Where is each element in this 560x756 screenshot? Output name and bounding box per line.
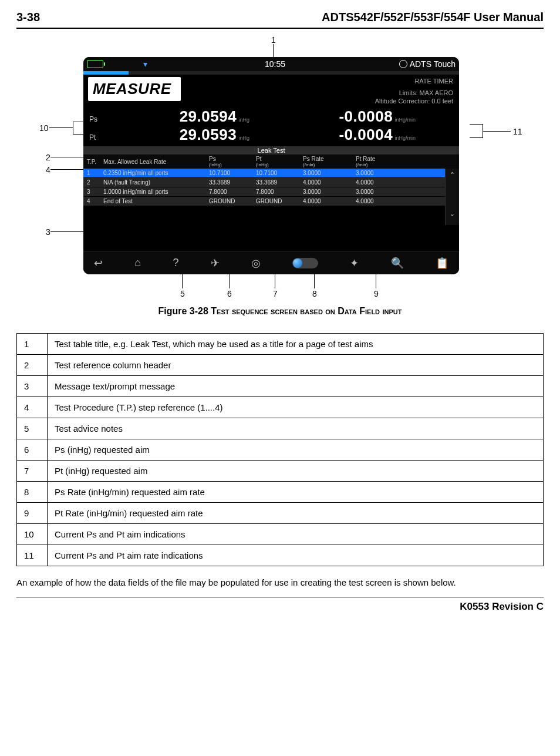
pt-rate-unit: inHg/min	[394, 135, 416, 141]
mode-toggle[interactable]	[292, 258, 318, 268]
rate-timer-label[interactable]: RATE TIMER	[375, 77, 453, 85]
back-icon[interactable]: ↩	[94, 257, 103, 270]
legend-row: 2Test reference column header	[17, 355, 544, 376]
ps-rate-unit: inHg/min	[394, 117, 416, 123]
aircraft-icon[interactable]: ✈	[211, 257, 220, 270]
pt-rate-value: -0.0004	[339, 126, 393, 143]
mode-badge: MEASURE	[88, 77, 181, 101]
help-icon[interactable]: ?	[173, 257, 178, 269]
device-toolbar: ↩ ⌂ ? ✈ ◎ ✦ 🔍 📋	[83, 251, 459, 274]
ps-rate-value: -0.0008	[339, 107, 393, 125]
leak-test-title: Leak Test	[83, 146, 459, 154]
target-icon[interactable]: ◎	[251, 257, 261, 270]
legend-row: 3Message text/prompt message	[17, 376, 544, 397]
chevron-up-icon[interactable]: ˄	[450, 169, 454, 183]
legend-table: 1Test table title, e.g. Leak Test, which…	[16, 333, 544, 566]
legend-row: 8Ps Rate (inHg/min) requested aim rate	[17, 482, 544, 503]
callout-9: 9	[374, 290, 379, 298]
callout-4: 4	[46, 166, 50, 174]
ps-value: 29.0594	[180, 107, 237, 125]
home-icon[interactable]: ⌂	[134, 257, 141, 269]
inspect-icon[interactable]: 🔍	[391, 257, 404, 270]
ps-label: Ps	[89, 115, 109, 123]
pt-unit: inHg	[238, 135, 249, 141]
col-ps: Ps(inHg)	[209, 156, 256, 167]
legend-row: 1Test table title, e.g. Leak Test, which…	[17, 334, 544, 355]
legend-row: 4Test Procedure (T.P.) step reference (1…	[17, 397, 544, 418]
revision-label: K0553 Revision C	[460, 601, 544, 613]
clock: 10:55	[265, 59, 285, 69]
table-scrollbar[interactable]: ˄ ˅	[445, 169, 459, 225]
table-row[interactable]: 2N/A (fault Tracing)33.368933.36894.0000…	[83, 177, 445, 187]
clipboard-icon[interactable]: 📋	[436, 257, 448, 270]
legend-row: 7Pt (inHg) requested aim	[17, 461, 544, 482]
header-rule	[16, 28, 544, 29]
brand-label: ADTS Touch	[399, 59, 456, 69]
network-icon: ▾	[143, 59, 147, 69]
pt-value: 29.0593	[180, 126, 237, 143]
callout-7: 7	[273, 290, 278, 298]
limits-label: Limits: MAX AERO	[375, 89, 453, 97]
figure-caption: Figure 3-28 Test sequence screen based o…	[16, 306, 544, 317]
graph-icon[interactable]: ✦	[350, 257, 359, 270]
callout-10: 10	[39, 124, 49, 132]
pt-label: Pt	[89, 133, 109, 142]
page-number: 3-38	[16, 11, 40, 24]
body-paragraph: An example of how the data fields of the…	[16, 577, 544, 589]
callout-8: 8	[312, 290, 317, 298]
callout-2: 2	[46, 153, 50, 162]
footer-rule	[16, 597, 544, 597]
status-bar: ▾ 10:55 ADTS Touch	[83, 57, 459, 71]
legend-row: 9Pt Rate (inHg/min) requested aim rate	[17, 503, 544, 524]
manual-title: ADTS542F/552F/553F/554F User Manual	[322, 11, 544, 24]
chevron-down-icon[interactable]: ˅	[450, 211, 454, 225]
leak-table: T.P. Max. Allowed Leak Rate Ps(inHg) Pt(…	[83, 154, 459, 225]
table-row[interactable]: 31.0000 inHg/min all ports7.80007.80003.…	[83, 187, 445, 196]
altitude-correction-label: Altitude Correction: 0.0 feet	[375, 97, 453, 105]
callout-3: 3	[46, 228, 50, 236]
callout-11: 11	[513, 127, 522, 136]
callout-1: 1	[271, 36, 276, 44]
col-notes: Max. Allowed Leak Rate	[103, 159, 209, 165]
legend-row: 6Ps (inHg) requested aim	[17, 439, 544, 461]
callout-5: 5	[180, 290, 185, 298]
legend-row: 5Test advice notes	[17, 418, 544, 439]
legend-row: 10Current Ps and Pt aim indications	[17, 524, 544, 545]
callout-6: 6	[227, 290, 232, 298]
col-pt: Pt(inHg)	[256, 156, 303, 167]
legend-row: 11Current Ps and Pt aim rate indications	[17, 545, 544, 566]
table-row[interactable]: 4End of TestGROUNDGROUND4.00004.0000	[83, 196, 445, 206]
col-psrate: Ps Rate(/min)	[303, 156, 356, 167]
device-screenshot: ▾ 10:55 ADTS Touch MEASURE RATE TIMER Li…	[83, 57, 459, 274]
ps-unit: inHg	[238, 117, 249, 123]
table-row[interactable]: 10.2350 inHg/min all ports10.710010.7100…	[83, 169, 445, 177]
col-tp: T.P.	[87, 159, 103, 165]
figure-container: 1 2 3 4 5 6 7 8 9 10 11 ▾ 10:55 ADTS Tou…	[31, 36, 529, 300]
battery-icon	[87, 60, 103, 68]
ge-logo-icon	[399, 60, 407, 68]
col-ptrate: Pt Rate(/min)	[356, 156, 409, 167]
